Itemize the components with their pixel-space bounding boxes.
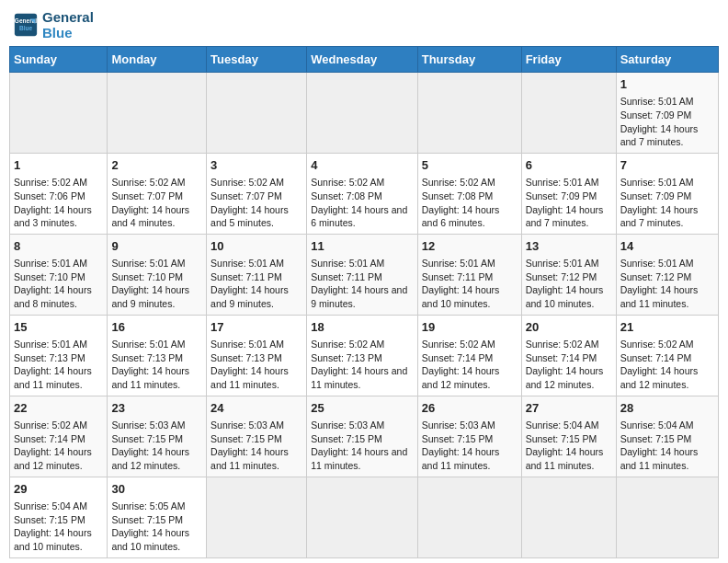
daylight-text: Daylight: 14 hours and 11 minutes.: [210, 445, 302, 472]
day-number: 9: [111, 238, 202, 255]
calendar-cell: [417, 477, 521, 557]
calendar-cell: 28Sunrise: 5:04 AMSunset: 7:15 PMDayligh…: [616, 396, 718, 477]
sunset-text: Sunset: 7:13 PM: [311, 351, 414, 365]
calendar-cell: 21Sunrise: 5:02 AMSunset: 7:14 PMDayligh…: [616, 315, 718, 396]
calendar-cell: [207, 73, 307, 154]
day-number: 4: [311, 157, 414, 174]
day-number: 17: [210, 319, 302, 336]
sunset-text: Sunset: 7:15 PM: [620, 432, 714, 446]
day-number: 18: [311, 319, 414, 336]
calendar-cell: 25Sunrise: 5:03 AMSunset: 7:15 PMDayligh…: [307, 396, 418, 477]
sunrise-text: Sunrise: 5:01 AM: [14, 338, 103, 351]
calendar-cell: 5Sunrise: 5:02 AMSunset: 7:08 PMDaylight…: [417, 153, 521, 234]
daylight-text: Daylight: 14 hours and 9 minutes.: [311, 283, 414, 310]
sunrise-text: Sunrise: 5:04 AM: [526, 419, 612, 432]
calendar-cell: 24Sunrise: 5:03 AMSunset: 7:15 PMDayligh…: [207, 396, 307, 477]
sunrise-text: Sunrise: 5:03 AM: [311, 419, 414, 432]
daylight-text: Daylight: 14 hours and 3 minutes.: [14, 203, 103, 230]
sunrise-text: Sunrise: 5:01 AM: [620, 176, 714, 190]
sunset-text: Sunset: 7:13 PM: [210, 351, 302, 365]
sunset-text: Sunset: 7:12 PM: [620, 270, 714, 284]
sunset-text: Sunset: 7:07 PM: [111, 190, 202, 203]
daylight-text: Daylight: 14 hours and 11 minutes.: [620, 445, 714, 472]
daylight-text: Daylight: 14 hours and 12 minutes.: [526, 364, 612, 391]
calendar-table: SundayMondayTuesdayWednesdayThursdayFrid…: [9, 46, 719, 558]
daylight-text: Daylight: 14 hours and 10 minutes.: [526, 283, 612, 310]
sunrise-text: Sunrise: 5:02 AM: [311, 338, 414, 351]
daylight-text: Daylight: 14 hours and 9 minutes.: [210, 283, 302, 310]
calendar-week-row: 22Sunrise: 5:02 AMSunset: 7:14 PMDayligh…: [10, 396, 719, 477]
calendar-week-row: 8Sunrise: 5:01 AMSunset: 7:10 PMDaylight…: [10, 234, 719, 315]
sunrise-text: Sunrise: 5:05 AM: [111, 500, 202, 513]
calendar-cell: [616, 477, 718, 557]
calendar-cell: 19Sunrise: 5:02 AMSunset: 7:14 PMDayligh…: [417, 315, 521, 396]
sunrise-text: Sunrise: 5:01 AM: [111, 257, 202, 270]
daylight-text: Daylight: 14 hours and 11 minutes.: [311, 445, 414, 472]
day-number: 2: [111, 157, 202, 174]
sunset-text: Sunset: 7:14 PM: [526, 351, 612, 365]
calendar-week-row: 1Sunrise: 5:02 AMSunset: 7:06 PMDaylight…: [10, 153, 719, 234]
calendar-cell: [10, 73, 108, 154]
day-number: 21: [620, 319, 714, 336]
sunset-text: Sunset: 7:15 PM: [111, 432, 202, 446]
calendar-cell: [307, 477, 418, 557]
sunrise-text: Sunrise: 5:02 AM: [14, 419, 103, 432]
day-number: 1: [620, 76, 714, 93]
daylight-text: Daylight: 14 hours and 11 minutes.: [311, 364, 414, 391]
daylight-text: Daylight: 14 hours and 5 minutes.: [210, 203, 302, 230]
weekday-header-thursday: Thursday: [417, 47, 521, 73]
daylight-text: Daylight: 14 hours and 11 minutes.: [620, 283, 714, 310]
sunrise-text: Sunrise: 5:01 AM: [526, 257, 612, 270]
sunrise-text: Sunrise: 5:02 AM: [422, 176, 518, 190]
page-header: General Blue General Blue: [9, 9, 719, 40]
sunset-text: Sunset: 7:09 PM: [620, 109, 714, 122]
daylight-text: Daylight: 14 hours and 11 minutes.: [111, 364, 202, 391]
sunset-text: Sunset: 7:09 PM: [620, 190, 714, 203]
daylight-text: Daylight: 14 hours and 12 minutes.: [14, 445, 103, 472]
day-number: 6: [526, 157, 612, 174]
calendar-cell: 14Sunrise: 5:01 AMSunset: 7:12 PMDayligh…: [616, 234, 718, 315]
day-number: 20: [526, 319, 612, 336]
daylight-text: Daylight: 14 hours and 10 minutes.: [111, 526, 202, 553]
sunset-text: Sunset: 7:11 PM: [311, 270, 414, 284]
sunrise-text: Sunrise: 5:01 AM: [620, 95, 714, 109]
sunset-text: Sunset: 7:14 PM: [620, 351, 714, 365]
calendar-cell: [207, 477, 307, 557]
sunrise-text: Sunrise: 5:02 AM: [526, 338, 612, 351]
day-number: 30: [111, 481, 202, 498]
sunset-text: Sunset: 7:15 PM: [526, 432, 612, 446]
sunset-text: Sunset: 7:08 PM: [422, 190, 518, 203]
sunset-text: Sunset: 7:08 PM: [311, 190, 414, 203]
daylight-text: Daylight: 14 hours and 10 minutes.: [422, 283, 518, 310]
calendar-cell: 15Sunrise: 5:01 AMSunset: 7:13 PMDayligh…: [10, 315, 108, 396]
calendar-cell: [108, 73, 207, 154]
sunrise-text: Sunrise: 5:01 AM: [210, 338, 302, 351]
day-number: 26: [422, 400, 518, 417]
sunset-text: Sunset: 7:15 PM: [311, 432, 414, 446]
day-number: 1: [14, 157, 103, 174]
logo-name2: Blue: [42, 25, 94, 40]
weekday-header-saturday: Saturday: [616, 47, 718, 73]
logo-name: General: [42, 9, 94, 25]
calendar-cell: [521, 477, 616, 557]
sunset-text: Sunset: 7:11 PM: [422, 270, 518, 284]
daylight-text: Daylight: 14 hours and 12 minutes.: [422, 364, 518, 391]
sunrise-text: Sunrise: 5:01 AM: [311, 257, 414, 270]
day-number: 29: [14, 481, 103, 498]
sunrise-text: Sunrise: 5:01 AM: [526, 176, 612, 190]
day-number: 16: [111, 319, 202, 336]
daylight-text: Daylight: 14 hours and 7 minutes.: [526, 203, 612, 230]
sunset-text: Sunset: 7:15 PM: [14, 513, 103, 527]
day-number: 11: [311, 238, 414, 255]
daylight-text: Daylight: 14 hours and 6 minutes.: [311, 203, 414, 230]
calendar-cell: 12Sunrise: 5:01 AMSunset: 7:11 PMDayligh…: [417, 234, 521, 315]
daylight-text: Daylight: 14 hours and 11 minutes.: [422, 445, 518, 472]
calendar-cell: 4Sunrise: 5:02 AMSunset: 7:08 PMDaylight…: [307, 153, 418, 234]
sunset-text: Sunset: 7:13 PM: [14, 351, 103, 365]
day-number: 10: [210, 238, 302, 255]
sunrise-text: Sunrise: 5:01 AM: [210, 257, 302, 270]
day-number: 23: [111, 400, 202, 417]
sunrise-text: Sunrise: 5:04 AM: [620, 419, 714, 432]
calendar-cell: 8Sunrise: 5:01 AMSunset: 7:10 PMDaylight…: [10, 234, 108, 315]
weekday-header-wednesday: Wednesday: [307, 47, 418, 73]
